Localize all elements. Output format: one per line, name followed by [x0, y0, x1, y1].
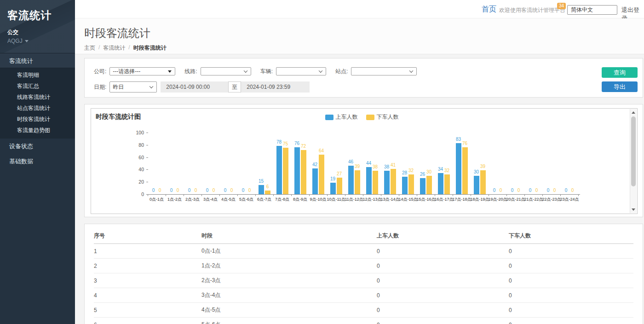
x-axis-tick	[381, 194, 381, 196]
x-axis-tick	[291, 194, 292, 196]
y-axis-tick	[146, 157, 148, 158]
breadcrumb: 主页 / 客流统计 / 时段客流统计	[84, 44, 644, 52]
x-axis-category-label: 7点-8点	[273, 197, 292, 202]
station-select[interactable]	[351, 67, 417, 75]
legend-item[interactable]: 下车人数	[366, 113, 399, 121]
export-button[interactable]: 导出	[602, 81, 638, 92]
x-axis-category-label: 8点-9点	[291, 197, 310, 202]
breadcrumb-current: 时段客流统计	[133, 44, 167, 52]
chevron-down-icon	[150, 84, 153, 88]
sidebar-submenu: 客流明细客流汇总线路客流统计站点客流统计时段客流统计客流量趋势图	[0, 68, 75, 139]
table-header-row: 序号时段上车人数下车人数	[94, 228, 633, 244]
station-label: 站点:	[335, 68, 348, 75]
scrollbar-thumb[interactable]	[631, 116, 636, 186]
sidebar-subitem[interactable]: 站点客流统计	[0, 103, 75, 114]
y-axis-tick	[146, 133, 148, 133]
org-code-dropdown[interactable]: AQGJ	[7, 38, 75, 44]
breadcrumb-home[interactable]: 主页	[84, 44, 95, 52]
sidebar-item-device-status[interactable]: 设备状态	[0, 139, 75, 154]
date-start-input[interactable]: 2024-01-09 00:00	[161, 81, 228, 93]
filter-row-2: 日期: 昨日 2024-01-09 00:00 至 2024-01-09 23:…	[94, 81, 643, 93]
x-axis-tick	[578, 194, 579, 196]
sidebar-subitem[interactable]: 客流汇总	[0, 81, 75, 92]
table-cell: 4	[94, 288, 201, 303]
chart-legend: 上车人数下车人数	[325, 113, 403, 121]
vehicle-select[interactable]	[276, 67, 326, 75]
sidebar: 客流统计 公交 AQGJ 客流统计 客流明细客流汇总线路客流统计站点客流统计时段…	[0, 0, 75, 324]
breadcrumb-passenger-stats[interactable]: 客流统计	[103, 44, 125, 52]
table-column-header: 下车人数	[509, 228, 633, 244]
x-axis-tick	[542, 194, 543, 196]
date-preset-select[interactable]: 昨日	[109, 81, 157, 93]
y-axis-tick	[146, 169, 148, 170]
sidebar-subitem[interactable]: 客流量趋势图	[0, 125, 75, 136]
line-select[interactable]	[201, 67, 251, 75]
table-cell: 3点-4点	[201, 288, 377, 303]
chevron-down-icon	[243, 69, 247, 72]
legend-label: 下车人数	[377, 113, 399, 121]
bar-value-label: 6	[261, 184, 275, 189]
table-cell: 3	[94, 273, 201, 288]
y-axis-label: 80	[130, 142, 144, 148]
date-range-group: 2024-01-09 00:00 至 2024-01-09 23:59	[161, 81, 310, 93]
x-axis-tick	[237, 194, 238, 196]
chart-bar	[462, 147, 468, 194]
bar-value-label: 15	[254, 179, 268, 184]
company-select[interactable]: ---请选择---	[109, 67, 175, 75]
scrollbar-up-button[interactable]	[630, 109, 637, 116]
chart-panel: 时段车流统计图 上车人数下车人数 020406080100000点-1点001点…	[84, 104, 643, 217]
brand-area: 客流统计 公交 AQGJ	[0, 0, 75, 53]
table-cell: 5点-6点	[201, 318, 377, 324]
table-column-header: 上车人数	[377, 228, 509, 244]
language-select[interactable]: 简体中文	[567, 5, 617, 15]
bar-value-label: 64	[315, 148, 328, 153]
welcome-text: 欢迎使用客流统计管理平台	[499, 6, 565, 14]
date-label: 日期:	[94, 83, 106, 91]
main-content: 公司: ---请选择--- 线路: 车辆: 站点: 日期:	[75, 54, 644, 324]
chevron-down-icon	[25, 40, 29, 42]
breadcrumb-separator: /	[128, 44, 130, 52]
table-row: 54点-5点00	[94, 303, 633, 318]
chart-scrollbar[interactable]	[630, 109, 637, 213]
table-row: 43点-4点00	[94, 288, 633, 303]
breadcrumb-separator: /	[98, 44, 100, 52]
notification-badge[interactable]: 34	[557, 3, 566, 9]
sidebar-item-base-data[interactable]: 基础数据	[0, 154, 75, 169]
legend-item[interactable]: 上车人数	[325, 113, 358, 121]
chart-bar	[456, 143, 461, 194]
chart-bar	[474, 176, 479, 194]
page-heading: 时段客流统计 主页 / 客流统计 / 时段客流统计	[75, 18, 644, 54]
chart-bar	[480, 170, 486, 194]
scrollbar-down-button[interactable]	[630, 206, 637, 213]
x-axis-category-label: 11点-12点	[345, 197, 363, 202]
home-link[interactable]: 首页	[482, 5, 496, 14]
sidebar-item-passenger-stats[interactable]: 客流统计	[0, 53, 75, 68]
table-cell: 0	[377, 318, 509, 324]
arrow-down-icon	[632, 208, 635, 211]
x-axis-category-label: 6点-7点	[255, 197, 274, 202]
x-axis-category-label: 21点-22点	[524, 197, 543, 202]
sidebar-subitem[interactable]: 线路客流统计	[0, 92, 75, 103]
chart-bar	[312, 168, 318, 194]
table-cell: 0	[509, 303, 633, 318]
x-axis-tick	[399, 194, 399, 196]
y-axis-tick	[146, 145, 148, 145]
language-select-value: 简体中文	[571, 6, 593, 13]
sidebar-subitem[interactable]: 客流明细	[0, 69, 75, 81]
chart-bar	[420, 178, 426, 194]
y-axis-label: 60	[130, 155, 144, 160]
date-to-label: 至	[228, 81, 241, 93]
table-cell: 0	[509, 288, 633, 303]
legend-label: 上车人数	[336, 113, 358, 121]
x-axis-tick	[201, 194, 202, 196]
sidebar-subitem[interactable]: 时段客流统计	[0, 114, 75, 125]
chart-bar	[366, 167, 372, 194]
chevron-down-icon	[319, 69, 322, 72]
date-end-input[interactable]: 2024-01-09 23:59	[241, 81, 310, 93]
x-axis-category-label: 3点-4点	[201, 197, 220, 202]
table-cell: 0	[377, 273, 509, 288]
query-button[interactable]: 查询	[602, 67, 638, 78]
legend-swatch	[325, 115, 334, 120]
topbar: 首页 欢迎使用客流统计管理平台 34 简体中文 退出登录	[75, 0, 644, 18]
org-name: 公交	[7, 29, 75, 36]
